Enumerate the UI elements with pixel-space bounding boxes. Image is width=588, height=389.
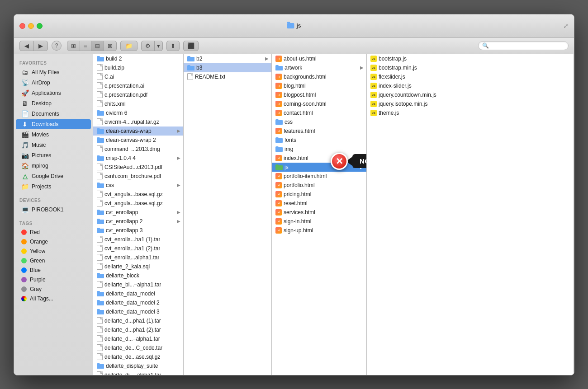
- list-item[interactable]: dellarte_display_suite: [93, 361, 183, 370]
- list-item[interactable]: build.zip: [93, 63, 183, 72]
- list-item[interactable]: css: [272, 117, 366, 127]
- back-button[interactable]: ◀: [20, 41, 34, 51]
- list-item[interactable]: JSjquery.isotope.min.js: [367, 99, 574, 108]
- list-item[interactable]: dellarte_data_model 3: [93, 307, 183, 316]
- list-item[interactable]: dellarte_d...pha1 (1).tar: [93, 316, 183, 325]
- list-item[interactable]: fonts: [272, 136, 366, 145]
- list-item[interactable]: civicrm-4....rupal.tar.gz: [93, 117, 183, 127]
- sidebar-item-pictures[interactable]: 📷 Pictures: [16, 150, 91, 160]
- list-item[interactable]: dellarte_d...pha1 (2).tar: [93, 325, 183, 334]
- list-item[interactable]: JSindex-slider.js: [367, 81, 574, 90]
- list-item[interactable]: Hbackgrounds.html: [272, 72, 366, 81]
- sidebar-item-documents[interactable]: 📄 Documents: [16, 109, 91, 119]
- minimize-button[interactable]: [28, 23, 34, 29]
- search-box[interactable]: 🔍: [478, 41, 569, 50]
- list-item[interactable]: Hsign-in.html: [272, 217, 366, 226]
- sidebar-item-movies[interactable]: 🎬 Movies: [16, 130, 91, 140]
- list-item[interactable]: Hcoming-soon.html: [272, 99, 366, 108]
- list-item[interactable]: clean-canvas-wrap ▶: [93, 127, 183, 136]
- arrange-button[interactable]: ⚙: [142, 41, 155, 51]
- list-item[interactable]: README.txt: [184, 72, 271, 81]
- list-view-button[interactable]: ≡: [80, 41, 91, 51]
- list-item[interactable]: chits.xml: [93, 99, 183, 108]
- list-item[interactable]: Habout-us.html: [272, 54, 366, 63]
- list-item[interactable]: Hblogpost.html: [272, 90, 366, 99]
- sidebar-item-downloads[interactable]: ⬇ Downloads: [16, 119, 91, 129]
- close-button[interactable]: [19, 23, 25, 29]
- list-item[interactable]: Hreset.html: [272, 199, 366, 208]
- list-item[interactable]: dellarte_data_model 2: [93, 298, 183, 307]
- list-item[interactable]: b2 ▶: [184, 54, 271, 63]
- forward-button[interactable]: ▶: [34, 41, 47, 51]
- list-item[interactable]: clean-canvas-wrap 2: [93, 136, 183, 145]
- list-item[interactable]: civicrm 6: [93, 108, 183, 117]
- list-item[interactable]: dellarte_de...ase.sql.gz: [93, 352, 183, 361]
- action-button[interactable]: ⬛: [184, 41, 198, 51]
- sidebar-item-tag-purple[interactable]: Purple: [16, 275, 91, 284]
- sidebar-item-projects[interactable]: 📁 Projects: [16, 182, 91, 192]
- maximize-button[interactable]: [37, 23, 43, 29]
- list-item[interactable]: JSflexslider.js: [367, 72, 574, 81]
- list-item[interactable]: c.presentation.ai: [93, 81, 183, 90]
- list-item[interactable]: cvt_enrollapp ▶: [93, 208, 183, 217]
- list-item[interactable]: C.ai: [93, 72, 183, 81]
- list-item[interactable]: cvt_enrollapp 3: [93, 226, 183, 235]
- list-item[interactable]: JSjquery.countdown.min.js: [367, 90, 574, 99]
- column-view-button[interactable]: ⊟: [91, 41, 104, 51]
- sidebar-item-tag-green[interactable]: Green: [16, 256, 91, 265]
- list-item[interactable]: img: [272, 145, 366, 154]
- list-item[interactable]: CSISiteAud...ct2013.pdf: [93, 163, 183, 172]
- sidebar-item-all-my-files[interactable]: 🗂 All My Files: [16, 67, 91, 77]
- list-item[interactable]: dellarte_bl...–alpha1.tar: [93, 280, 183, 289]
- list-item[interactable]: crisp-1.0.4 4 ▶: [93, 154, 183, 163]
- list-item[interactable]: Hfeatures.html: [272, 127, 366, 136]
- list-item[interactable]: Hpricing.html: [272, 190, 366, 199]
- list-item[interactable]: JSbootstrap.min.js: [367, 63, 574, 72]
- arrange-dropdown[interactable]: ▾: [155, 41, 162, 51]
- list-item[interactable]: cvt_enrolla...ha1 (1).tar: [93, 235, 183, 244]
- icon-view-button[interactable]: ⊞: [67, 41, 80, 51]
- sidebar-item-mpirog[interactable]: 🏠 mpirog: [16, 161, 91, 171]
- list-item[interactable]: artwork ▶: [272, 63, 366, 72]
- sidebar-item-airdrop[interactable]: 📡 AirDrop: [16, 78, 91, 88]
- list-item[interactable]: dellarte_2_kala.sql: [93, 262, 183, 271]
- list-item[interactable]: Hcontact.html: [272, 108, 366, 117]
- sidebar-item-all-tags[interactable]: All Tags...: [16, 294, 91, 303]
- help-button[interactable]: ?: [52, 41, 62, 51]
- list-item[interactable]: cvt_angula...base.sql.gz: [93, 199, 183, 208]
- list-item[interactable]: JStheme.js: [367, 108, 574, 117]
- list-item[interactable]: command_...2013.dmg: [93, 145, 183, 154]
- sidebar-item-applications[interactable]: 🚀 Applications: [16, 88, 91, 98]
- list-item[interactable]: Hservices.html: [272, 208, 366, 217]
- share-button[interactable]: ⬆: [167, 41, 179, 51]
- list-item[interactable]: Hsign-up.html: [272, 226, 366, 235]
- sidebar-item-tag-gray[interactable]: Gray: [16, 285, 91, 294]
- list-item[interactable]: cvt_angula...base.sql.gz: [93, 190, 183, 199]
- sidebar-item-tag-red[interactable]: Red: [16, 228, 91, 237]
- list-item[interactable]: dellarte_di...–alpha1.tar: [93, 370, 183, 375]
- list-item[interactable]: build 2: [93, 54, 183, 63]
- list-item[interactable]: c.presentation.pdf: [93, 90, 183, 99]
- sidebar-item-pirobook1[interactable]: 💻 PIROBOOK1: [16, 205, 91, 215]
- cover-flow-button[interactable]: ⊠: [104, 41, 116, 51]
- expand-icon[interactable]: ⤢: [563, 22, 569, 29]
- list-item[interactable]: Hportfolio.html: [272, 181, 366, 190]
- path-button[interactable]: 📁: [121, 41, 137, 51]
- list-item[interactable]: Hblog.html: [272, 81, 366, 90]
- list-item[interactable]: cvt_enrollapp 2 ▶: [93, 217, 183, 226]
- list-item[interactable]: dellarte_de...C_code.tar: [93, 343, 183, 352]
- list-item[interactable]: dellarte_data_model: [93, 289, 183, 298]
- sidebar-item-google-drive[interactable]: △ Google Drive: [16, 171, 91, 181]
- sidebar-item-tag-blue[interactable]: Blue: [16, 266, 91, 275]
- sidebar-item-desktop[interactable]: 🖥 Desktop: [16, 98, 91, 108]
- sidebar-item-tag-yellow[interactable]: Yellow: [16, 247, 91, 256]
- list-item[interactable]: dellarte_block: [93, 271, 183, 280]
- list-item[interactable]: css ▶: [93, 181, 183, 190]
- list-item[interactable]: cvt_enrolla...alpha1.tar: [93, 253, 183, 262]
- list-item[interactable]: dellarte_d...–alpha1.tar: [93, 334, 183, 343]
- list-item[interactable]: csnh.com_brochure.pdf: [93, 172, 183, 181]
- list-item[interactable]: cvt_enrolla...ha1 (2).tar: [93, 244, 183, 253]
- list-item[interactable]: Hportfolio-item.html: [272, 172, 366, 181]
- list-item[interactable]: JSbootstrap.js: [367, 54, 574, 63]
- sidebar-item-tag-orange[interactable]: Orange: [16, 237, 91, 246]
